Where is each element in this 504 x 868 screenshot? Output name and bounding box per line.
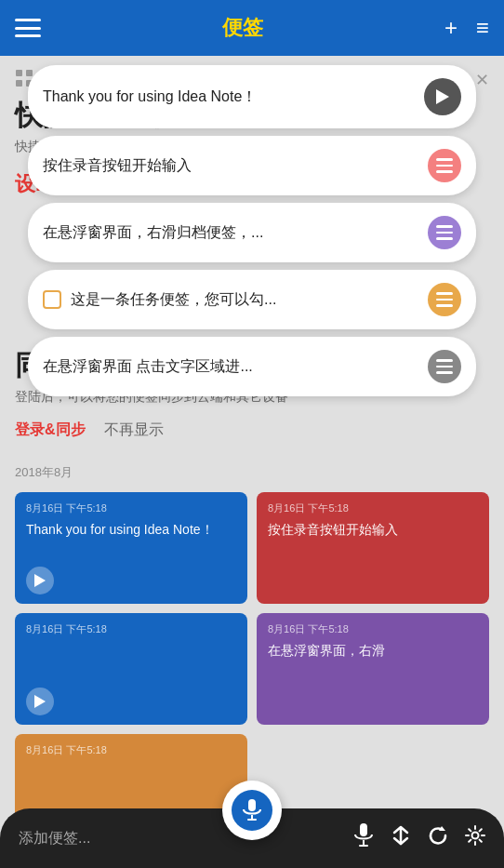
svg-point-11 [472,833,479,839]
menu-button[interactable] [15,19,41,37]
floating-cards-container: Thank you for using Idea Note！ 按住录音按钮开始输… [0,56,504,406]
floating-card-5-text: 在悬浮窗界面 点击文字区域进... [43,357,420,377]
note-card-5-date: 8月16日 下午5:18 [26,743,236,757]
svg-marker-5 [34,695,46,708]
floating-card-3: 在悬浮窗界面，右滑归档便签，... [28,203,476,262]
note-card-3-date: 8月16日 下午5:18 [26,622,236,636]
floating-card-1: Thank you for using Idea Note！ [28,65,476,128]
mic-inner-icon [232,790,272,831]
floating-card-2-text: 按住录音按钮开始输入 [43,156,420,176]
svg-rect-9 [359,845,368,847]
floating-card-1-text: Thank you for using Idea Note！ [43,87,417,107]
no-show-button[interactable]: 不再显示 [104,421,164,440]
note-card-2[interactable]: 8月16日 下午5:18 按住录音按钮开始输入 [257,492,489,604]
floating-card-4-text: 这是一条任务便签，您可以勾... [71,290,420,310]
note-card-1-text: Thank you for using Idea Note！ [26,521,236,540]
floating-card-4-checkbox[interactable] [43,290,61,309]
toolbar-icons [353,823,485,853]
svg-marker-4 [34,574,46,587]
notes-grid: 8月16日 下午5:18 Thank you for using Idea No… [15,492,489,725]
add-note-placeholder[interactable]: 添加便签... [19,829,353,848]
svg-rect-13 [251,815,253,819]
floating-card-2-menu[interactable] [428,149,461,182]
toolbar-refresh-icon[interactable] [428,825,448,851]
note-card-4-text: 在悬浮窗界面，右滑 [268,642,478,661]
year-month-label: 2018年8月 [15,459,489,487]
toolbar-settings-icon[interactable] [465,825,485,851]
floating-card-1-play[interactable] [424,78,461,115]
note-card-1-date: 8月16日 下午5:18 [26,501,236,515]
toolbar-mic-icon[interactable] [353,823,374,853]
svg-rect-12 [248,799,256,811]
svg-rect-7 [360,823,367,836]
add-note-button[interactable]: + [444,15,458,41]
note-card-4-date: 8月16日 下午5:18 [268,622,478,636]
floating-card-4: 这是一条任务便签，您可以勾... [28,270,476,329]
app-title: 便签 [222,14,263,42]
login-sync-button[interactable]: 登录&同步 [15,421,86,440]
floating-card-2: 按住录音按钮开始输入 [28,136,476,195]
svg-rect-14 [247,819,257,821]
app-header: 便签 + ≡ [0,0,504,56]
svg-rect-8 [363,840,365,845]
note-card-3[interactable]: 8月16日 下午5:18 [15,613,247,725]
header-actions: + ≡ [444,15,489,41]
note-card-4[interactable]: 8月16日 下午5:18 在悬浮窗界面，右滑 [257,613,489,725]
note-card-1-play[interactable] [26,567,54,594]
sort-button[interactable]: ≡ [476,15,489,41]
floating-card-3-text: 在悬浮窗界面，右滑归档便签，... [43,223,420,243]
floating-card-5: 在悬浮窗界面 点击文字区域进... [28,337,476,396]
note-card-2-date: 8月16日 下午5:18 [268,501,478,515]
center-mic-button[interactable] [222,781,282,840]
note-card-1[interactable]: 8月16日 下午5:18 Thank you for using Idea No… [15,492,247,604]
floating-card-5-menu[interactable] [428,350,461,383]
floating-card-4-menu[interactable] [428,283,461,316]
svg-marker-6 [436,89,449,104]
note-card-3-play[interactable] [26,688,54,715]
floating-card-3-menu[interactable] [428,216,461,249]
toolbar-arrows-icon[interactable] [391,825,411,851]
note-card-2-text: 按住录音按钮开始输入 [268,521,478,540]
main-content: 使用建议 ✕ 快捷方式唤醒 快捷方... 设... 同步 登陆后，可以将您的便签… [0,56,504,868]
